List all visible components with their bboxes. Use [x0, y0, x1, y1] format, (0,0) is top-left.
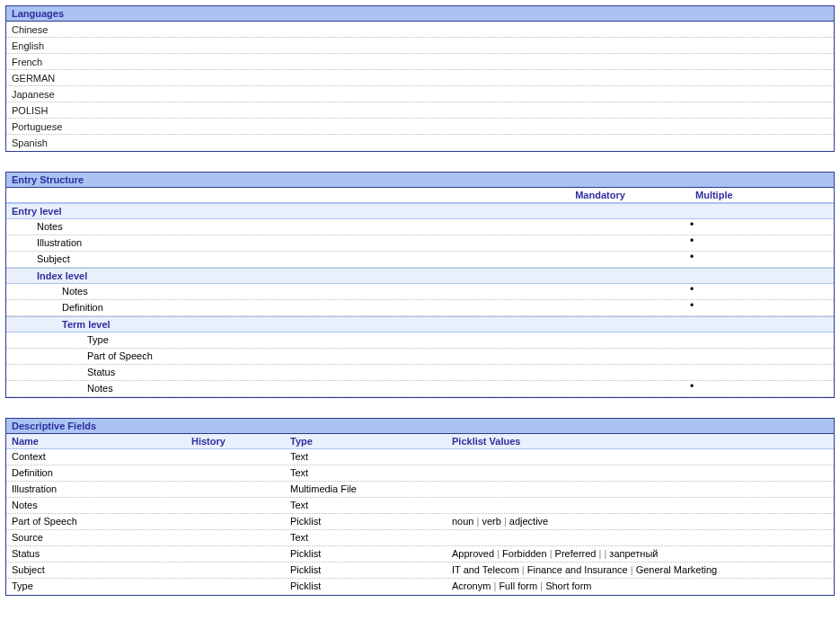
mandatory-cell — [510, 235, 690, 251]
multiple-cell — [690, 365, 834, 380]
field-picklist-values — [447, 482, 834, 497]
entry-structure-row: Part of Speech — [6, 349, 834, 365]
multiple-cell: • — [690, 300, 834, 315]
entry-field-label: Subject — [6, 252, 510, 267]
language-item: Portuguese — [6, 119, 834, 135]
mandatory-cell — [510, 284, 690, 299]
entry-structure-row: Notes• — [6, 219, 834, 235]
entry-structure-row: Illustration• — [6, 235, 834, 252]
field-type: Text — [285, 465, 447, 481]
language-item: POLISH — [6, 102, 834, 119]
mandatory-cell — [510, 332, 690, 348]
descriptive-field-row: StatusPicklistApproved | Forbidden | Pre… — [6, 546, 834, 563]
language-item: French — [6, 54, 834, 70]
header-type: Type — [285, 434, 447, 448]
mandatory-cell — [510, 300, 690, 315]
field-picklist-values — [447, 449, 834, 465]
descriptive-field-row: TypePicklistAcronym | Full form | Short … — [6, 579, 834, 595]
language-item: Spanish — [6, 135, 834, 151]
entry-structure-row: Type — [6, 332, 834, 349]
entry-structure-row: Status — [6, 365, 834, 381]
field-type: Text — [285, 498, 447, 513]
mandatory-cell — [510, 381, 690, 396]
field-name: Part of Speech — [6, 514, 186, 529]
field-picklist-values: noun | verb | adjective — [447, 514, 834, 529]
descriptive-fields-title: Descriptive Fields — [6, 419, 834, 434]
entry-field-label: Illustration — [6, 235, 510, 251]
descriptive-field-row: DefinitionText — [6, 465, 834, 482]
entry-structure-row: Notes• — [6, 381, 834, 397]
field-picklist-values: IT and Telecom | Finance and Insurance |… — [447, 563, 834, 578]
field-history — [186, 546, 285, 562]
entry-field-label: Notes — [6, 219, 510, 235]
descriptive-fields-panel: Descriptive Fields Name History Type Pic… — [5, 418, 835, 596]
field-history — [186, 579, 285, 595]
header-multiple: Multiple — [690, 188, 834, 202]
field-name: Subject — [6, 563, 186, 578]
entry-structure-title: Entry Structure — [6, 173, 834, 188]
header-history: History — [186, 434, 285, 448]
languages-title: Languages — [6, 6, 834, 22]
descriptive-fields-headers: Name History Type Picklist Values — [6, 434, 834, 449]
multiple-cell: • — [690, 284, 834, 299]
entry-field-label: Status — [6, 365, 510, 380]
field-type: Picklist — [285, 514, 447, 529]
entry-field-label: Type — [6, 332, 510, 348]
multiple-cell — [690, 332, 834, 348]
level-header: Index level — [6, 268, 834, 284]
field-picklist-values — [447, 498, 834, 513]
entry-structure-panel: Entry Structure Mandatory Multiple Entry… — [5, 172, 835, 398]
field-picklist-values: Acronym | Full form | Short form — [447, 579, 834, 595]
field-name: Notes — [6, 498, 186, 513]
entry-structure-row: Notes• — [6, 284, 834, 300]
descriptive-field-row: ContextText — [6, 449, 834, 465]
field-type: Text — [285, 530, 447, 545]
field-picklist-values — [447, 530, 834, 545]
mandatory-cell — [510, 349, 690, 364]
field-name: Type — [6, 579, 186, 595]
header-name: Name — [6, 434, 186, 448]
field-type: Multimedia File — [285, 482, 447, 497]
entry-structure-row: Definition• — [6, 300, 834, 316]
language-item: English — [6, 38, 834, 54]
descriptive-field-row: SourceText — [6, 530, 834, 546]
language-item: Chinese — [6, 22, 834, 38]
field-picklist-values — [447, 465, 834, 481]
languages-panel: Languages ChineseEnglishFrenchGERMANJapa… — [5, 5, 835, 152]
field-type: Picklist — [285, 563, 447, 578]
entry-field-label: Definition — [6, 300, 510, 315]
multiple-cell: • — [690, 235, 834, 251]
field-history — [186, 465, 285, 481]
field-history — [186, 482, 285, 497]
descriptive-field-row: Part of SpeechPicklistnoun | verb | adje… — [6, 514, 834, 530]
field-name: Status — [6, 546, 186, 562]
level-header: Term level — [6, 316, 834, 332]
multiple-cell: • — [690, 381, 834, 396]
field-history — [186, 530, 285, 545]
descriptive-field-row: NotesText — [6, 498, 834, 514]
mandatory-cell — [510, 219, 690, 235]
field-name: Source — [6, 530, 186, 545]
field-history — [186, 449, 285, 465]
descriptive-field-row: IllustrationMultimedia File — [6, 482, 834, 498]
entry-field-label: Notes — [6, 381, 510, 396]
header-picklist-values: Picklist Values — [447, 434, 834, 448]
mandatory-cell — [510, 252, 690, 267]
entry-field-label: Notes — [6, 284, 510, 299]
entry-structure-row: Subject• — [6, 252, 834, 268]
descriptive-field-row: SubjectPicklistIT and Telecom | Finance … — [6, 563, 834, 579]
mandatory-cell — [510, 365, 690, 380]
entry-structure-body: Entry levelNotes•Illustration•Subject•In… — [6, 203, 834, 397]
multiple-cell: • — [690, 219, 834, 235]
multiple-cell — [690, 349, 834, 364]
entry-structure-headers: Mandatory Multiple — [6, 188, 834, 203]
header-mandatory: Mandatory — [510, 188, 690, 202]
field-type: Picklist — [285, 546, 447, 562]
language-item: GERMAN — [6, 70, 834, 86]
field-history — [186, 514, 285, 529]
entry-field-label: Part of Speech — [6, 349, 510, 364]
languages-list: ChineseEnglishFrenchGERMANJapanesePOLISH… — [6, 22, 834, 151]
field-name: Context — [6, 449, 186, 465]
field-type: Picklist — [285, 579, 447, 595]
field-history — [186, 498, 285, 513]
